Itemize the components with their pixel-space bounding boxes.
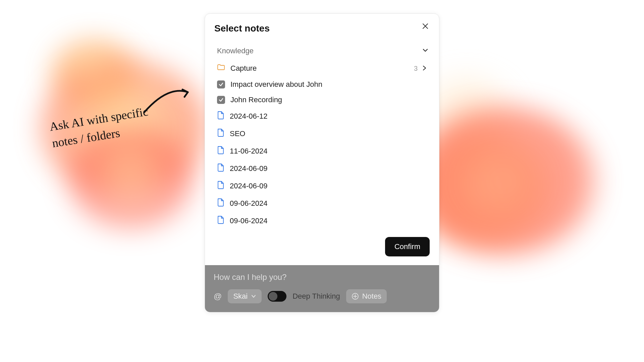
item-label: 09-06-2024 — [230, 217, 427, 225]
list-item[interactable]: 2024-06-09 — [214, 177, 430, 195]
item-count: 3 — [414, 65, 418, 72]
list-item[interactable]: 2024-06-12 — [214, 108, 430, 125]
file-icon — [217, 146, 224, 157]
item-label: 2024-06-09 — [230, 164, 427, 173]
model-selector[interactable]: Skai — [228, 289, 262, 303]
file-icon — [217, 216, 224, 226]
list-item[interactable]: John Recording — [214, 92, 430, 108]
toggle-knob — [269, 292, 277, 301]
item-label: 11-06-2024 — [230, 147, 427, 156]
item-label: 2024-06-09 — [230, 182, 427, 190]
select-notes-modal: Select notes Knowledge Capture3Impact ov… — [205, 14, 439, 265]
list-item[interactable]: 09-06-2024 — [214, 195, 430, 212]
note-list: Capture3Impact overview about JohnJohn R… — [214, 60, 430, 230]
confirm-button[interactable]: Confirm — [385, 237, 430, 256]
item-label: 2024-06-12 — [230, 112, 427, 121]
deep-thinking-toggle[interactable] — [268, 291, 286, 302]
file-icon — [217, 198, 224, 209]
select-notes-panel: Select notes Knowledge Capture3Impact ov… — [205, 13, 439, 312]
deep-thinking-label: Deep Thinking — [292, 292, 340, 301]
section-label: Knowledge — [217, 47, 254, 55]
add-notes-button[interactable]: Notes — [346, 289, 387, 303]
chevron-right-icon — [422, 64, 427, 73]
close-icon — [422, 23, 428, 29]
arrow-icon — [141, 82, 195, 116]
modal-title: Select notes — [214, 23, 430, 34]
plus-circle-icon — [352, 293, 359, 300]
model-name: Skai — [233, 292, 248, 301]
file-icon — [217, 111, 224, 122]
ai-prompt-bar: How can I help you? @ Skai Deep Thinking… — [205, 265, 439, 312]
item-meta: 3 — [414, 64, 427, 73]
list-item[interactable]: 09-06-2024 — [214, 212, 430, 230]
list-item[interactable]: 11-06-2024 — [214, 142, 430, 160]
item-label: Capture — [230, 64, 409, 73]
section-knowledge[interactable]: Knowledge — [214, 47, 430, 55]
list-item[interactable]: SEO — [214, 125, 430, 142]
item-label: SEO — [230, 129, 427, 138]
file-icon — [217, 128, 224, 139]
list-item[interactable]: 2024-06-09 — [214, 160, 430, 177]
notes-chip-label: Notes — [362, 292, 381, 301]
checkbox-checked-icon — [217, 80, 225, 88]
chevron-down-icon — [422, 47, 428, 55]
item-label: John Recording — [230, 96, 427, 104]
checkbox-checked-icon — [217, 96, 225, 104]
item-label: Impact overview about John — [230, 80, 427, 89]
list-item[interactable]: Impact overview about John — [214, 77, 430, 92]
folder-icon — [217, 63, 225, 73]
mention-button[interactable]: @ — [214, 292, 222, 301]
file-icon — [217, 181, 224, 191]
file-icon — [217, 163, 224, 174]
item-label: 09-06-2024 — [230, 199, 427, 208]
close-button[interactable] — [420, 20, 431, 32]
prompt-input[interactable]: How can I help you? — [214, 273, 430, 282]
list-item[interactable]: Capture3 — [214, 60, 430, 77]
chevron-down-icon — [251, 294, 256, 299]
